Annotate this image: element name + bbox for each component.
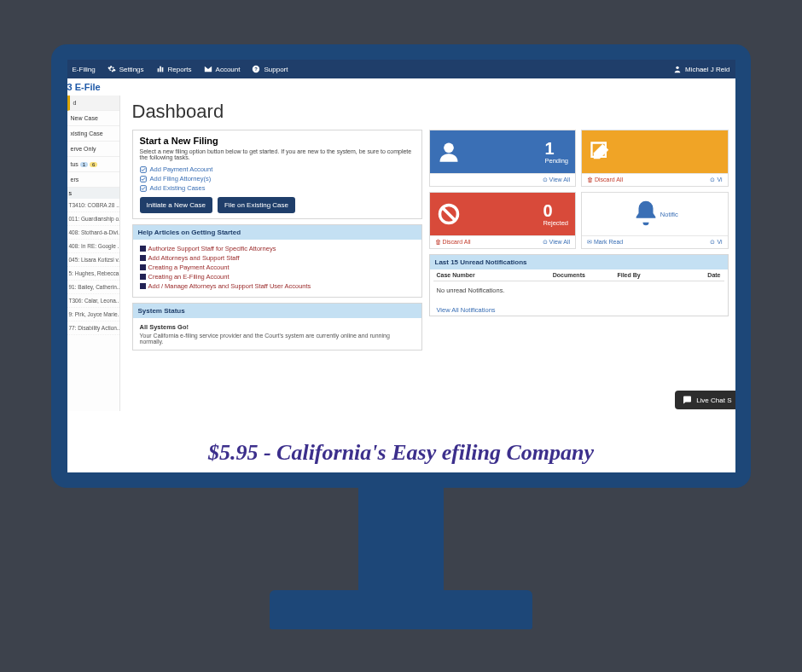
brand-logo: 3 E-File (67, 78, 735, 96)
help-header: Help Articles on Getting Started (133, 225, 421, 240)
doc-icon (140, 264, 146, 270)
recent-case-link[interactable]: T306: Calar, Leona... (67, 294, 119, 308)
drafts-view-all[interactable]: ⊙ Vi (710, 177, 722, 183)
monitor-frame: E-Filing Settings Reports Account ? Supp… (51, 44, 751, 488)
svg-text:?: ? (255, 67, 259, 72)
user-icon (673, 65, 682, 73)
monitor-stand-neck (358, 488, 444, 590)
nav-label: Account (216, 66, 241, 73)
nav-settings[interactable]: Settings (108, 65, 144, 73)
col-date: Date (682, 272, 720, 278)
unread-notifications-card: Last 15 Unread Notifications Case Number… (429, 254, 729, 316)
system-ok: All Systems Go! (140, 323, 415, 331)
help-link[interactable]: Creating an E-Filing Account (140, 273, 415, 281)
live-chat-button[interactable]: Live Chat S (675, 391, 735, 409)
initiate-new-case-button[interactable]: Initiate a New Case (140, 197, 212, 213)
svg-point-5 (676, 67, 678, 69)
recent-case-link[interactable]: 408: Stothard-a-Divi... (67, 226, 119, 240)
rejected-discard-all[interactable]: 🗑 Discard All (435, 239, 471, 246)
nav-support[interactable]: ? Support (252, 65, 288, 73)
recent-case-link[interactable]: 9: Pirk, Joyce Marie... (67, 308, 119, 322)
marketing-tagline: $5.95 - California's Easy efiling Compan… (67, 440, 735, 466)
nav-reports[interactable]: Reports (156, 65, 192, 73)
nav-efiling[interactable]: E-Filing (73, 66, 96, 73)
check-icon (140, 166, 147, 173)
rejected-count: 0 (543, 202, 568, 219)
col-case-number: Case Number (437, 272, 553, 278)
svg-rect-1 (160, 67, 161, 72)
notif-empty: No unread Notifications. (433, 281, 724, 303)
doc-icon (140, 283, 146, 289)
system-header: System Status (133, 304, 421, 318)
rejected-label: Rejected (543, 219, 568, 227)
drafts-discard-all[interactable]: 🗑 Discard All (587, 177, 623, 183)
status-badge-yellow: 6 (90, 162, 97, 167)
sidebar-item-serve-only[interactable]: erve Only (67, 142, 119, 157)
recent-case-link[interactable]: T3410: COBRA 28 ... (67, 199, 119, 212)
notifications-tile[interactable]: Notific ✉ Mark Read ⊙ Vi (581, 192, 729, 249)
user-icon (437, 140, 461, 164)
recent-case-link[interactable]: 77: Disability Action... (67, 322, 119, 335)
nav-label: E-Filing (73, 66, 96, 73)
help-link[interactable]: Creating a Payment Account (140, 264, 415, 271)
rejected-tile[interactable]: 0 Rejected 🗑 Discard All ⊙ View All (429, 192, 577, 249)
start-desc: Select a new filing option button below … (140, 148, 415, 160)
mark-read-link[interactable]: ✉ Mark Read (587, 239, 623, 246)
reports-icon (156, 65, 165, 73)
help-articles-card: Help Articles on Getting Started Authori… (132, 224, 422, 298)
prohibited-icon (437, 202, 461, 226)
user-menu[interactable]: Michael J Reid (673, 65, 729, 73)
recent-case-link[interactable]: 91: Bailey, Catherin... (67, 281, 119, 294)
doc-icon (140, 274, 146, 280)
svg-rect-0 (157, 68, 159, 72)
view-all-notifications-link[interactable]: View All Notifications (433, 303, 724, 316)
sidebar-item-existing-case[interactable]: xisting Case (67, 126, 119, 142)
help-link[interactable]: Add / Manage Attorneys and Support Staff… (140, 282, 415, 290)
pending-count: 1 (544, 140, 568, 157)
sidebar-item-status[interactable]: tus 1 6 (67, 157, 119, 172)
notif-view-all[interactable]: ⊙ Vi (710, 239, 722, 246)
file-existing-case-button[interactable]: File on Existing Case (218, 197, 295, 213)
drafts-tile[interactable]: 🗑 Discard All ⊙ Vi (581, 130, 729, 187)
pending-tile[interactable]: 1 Pending ⊙ View All (429, 130, 577, 187)
recent-case-link[interactable]: 045: Lisara Kotizsi v... (67, 253, 119, 267)
help-link[interactable]: Add Attorneys and Support Staff (140, 254, 415, 262)
live-chat-label: Live Chat S (696, 397, 731, 404)
task-add-cases[interactable]: Add Existing Cases (140, 184, 415, 192)
question-icon: ? (252, 65, 260, 73)
sidebar-recent-header: s (67, 188, 119, 199)
col-filed-by: Filed By (617, 272, 682, 278)
sidebar-item-new-case[interactable]: New Case (67, 111, 119, 126)
doc-icon (140, 246, 146, 252)
notif-side-label: Notific (660, 211, 678, 218)
nav-account[interactable]: Account (204, 65, 241, 73)
pending-label: Pending (544, 157, 568, 165)
user-name: Michael J Reid (685, 66, 729, 73)
system-msg: Your California e-filing service provide… (140, 333, 415, 345)
task-add-attorney[interactable]: Add Filing Attorney(s) (140, 175, 415, 182)
recent-case-link[interactable]: 5: Hughes, Rebecca... (67, 267, 119, 281)
top-navbar: E-Filing Settings Reports Account ? Supp… (67, 60, 735, 78)
sidebar-item-dashboard[interactable]: d (67, 96, 119, 111)
pending-view-all[interactable]: ⊙ View All (543, 177, 570, 183)
recent-case-link[interactable]: 408: In RE: Google ... (67, 240, 119, 253)
nav-label: Reports (168, 66, 192, 73)
help-link[interactable]: Authorize Support Staff for Specific Att… (140, 245, 415, 252)
bell-icon (631, 199, 660, 228)
check-icon (140, 185, 147, 192)
rejected-view-all[interactable]: ⊙ View All (543, 239, 570, 246)
notif-table-header: Case Number Documents Filed By Date (433, 269, 724, 281)
task-add-payment[interactable]: Add Payment Account (140, 165, 415, 173)
start-title: Start a New Filing (140, 136, 415, 146)
svg-line-11 (443, 208, 455, 220)
doc-icon (140, 255, 146, 261)
envelope-icon (204, 65, 212, 73)
chat-icon (682, 395, 692, 405)
nav-label: Settings (119, 66, 144, 73)
sidebar-item-users[interactable]: ers (67, 172, 119, 188)
page-title: Dashboard (132, 101, 729, 123)
monitor-stand-base (270, 590, 532, 629)
main-content: Dashboard Start a New Filing Select a ne… (120, 96, 735, 411)
recent-case-link[interactable]: 011: Guardianship o... (67, 212, 119, 226)
start-filing-card: Start a New Filing Select a new filing o… (132, 130, 422, 219)
